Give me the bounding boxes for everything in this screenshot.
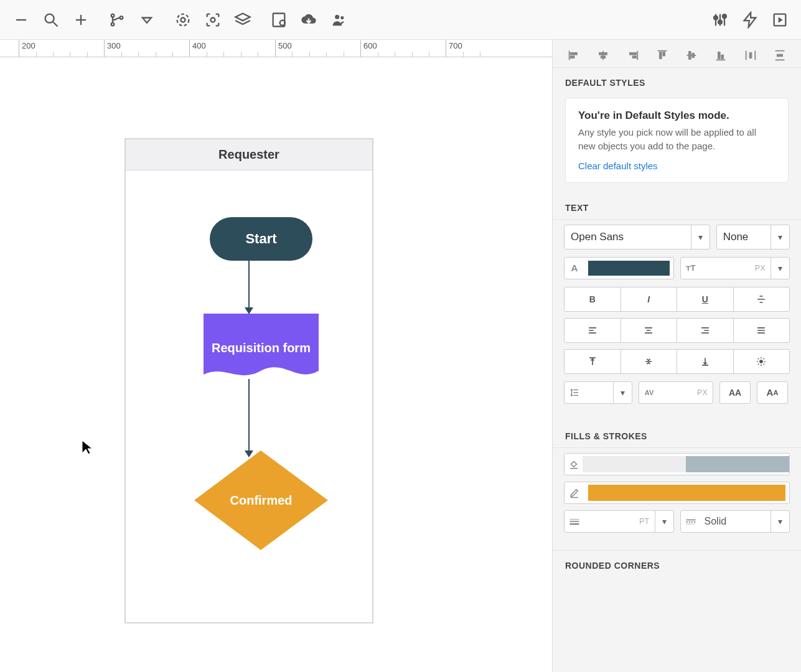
align-top-button[interactable] <box>652 47 672 63</box>
svg-point-7 <box>120 16 123 19</box>
svg-point-1 <box>45 14 54 22</box>
stroke-width-input[interactable]: PT ▾ <box>564 510 674 533</box>
minus-icon <box>12 11 30 29</box>
smallcaps-button[interactable]: AA <box>757 381 788 404</box>
chevron-down-icon: ▾ <box>771 225 789 249</box>
page-settings-button[interactable] <box>264 5 294 35</box>
svg-point-18 <box>714 16 718 19</box>
svg-marker-8 <box>143 17 151 22</box>
layers-button[interactable] <box>228 5 258 35</box>
start-terminator-shape[interactable]: Start <box>210 217 312 261</box>
text-align-left-button[interactable] <box>564 319 621 342</box>
stroke-style-icon <box>681 517 701 526</box>
strikethrough-button[interactable] <box>733 287 790 311</box>
underline-button[interactable]: U <box>677 287 733 311</box>
top-toolbar <box>0 0 801 40</box>
letter-spacing-input[interactable]: AV PX <box>639 381 713 404</box>
default-styles-card: You're in Default Styles mode. Any style… <box>565 98 789 183</box>
svg-rect-40 <box>689 52 691 60</box>
text-align-bottom-button[interactable] <box>677 350 733 373</box>
swimlane-header[interactable]: Requester <box>126 139 372 170</box>
ruler-label: 700 <box>449 41 462 50</box>
unit-label: PX <box>750 264 771 273</box>
distribute-h-button[interactable] <box>741 47 761 63</box>
ruler-label: 600 <box>363 41 377 50</box>
flow-arrow[interactable] <box>248 379 250 457</box>
chevron-down-icon: ▾ <box>655 511 673 532</box>
ruler-label: 400 <box>192 41 206 50</box>
focus-button[interactable] <box>168 5 198 35</box>
svg-rect-29 <box>571 56 574 58</box>
actions-button[interactable] <box>735 5 765 35</box>
text-align-middle-button[interactable] <box>621 350 677 373</box>
distribute-v-button[interactable] <box>770 47 790 63</box>
stroke-color-button[interactable] <box>564 482 790 504</box>
clear-default-styles-link[interactable]: Clear default styles <box>578 161 658 171</box>
shape-label: Start <box>245 231 276 247</box>
plus-icon <box>72 11 90 29</box>
font-style-select[interactable]: None ▾ <box>716 225 790 250</box>
align-center-h-button[interactable] <box>593 47 613 63</box>
info-heading: You're in Default Styles mode. <box>578 110 775 122</box>
text-align-justify-button[interactable] <box>733 319 790 342</box>
triangle-down-icon <box>138 11 156 29</box>
stroke-color-swatch <box>588 485 785 501</box>
unit-label: PT <box>634 517 654 526</box>
share-button[interactable] <box>324 5 354 35</box>
text-align-center-button[interactable] <box>621 319 677 342</box>
zoom-out-button[interactable] <box>6 5 36 35</box>
section-title-corners: ROUNDED CORNERS <box>553 550 801 577</box>
font-size-input[interactable]: ᴛT PX ▾ <box>680 257 790 279</box>
align-center-v-button[interactable] <box>682 47 701 63</box>
text-advanced-button[interactable] <box>733 350 790 373</box>
flow-arrow[interactable] <box>248 261 250 314</box>
zoom-button[interactable] <box>36 5 66 35</box>
style-panel: DEFAULT STYLES You're in Default Styles … <box>552 40 801 672</box>
svg-rect-35 <box>632 56 636 58</box>
stroke-style-value: Solid <box>701 516 771 527</box>
text-align-top-button[interactable] <box>564 350 621 373</box>
text-color-button[interactable]: A <box>564 257 674 279</box>
shape-label: Confirmed <box>230 493 293 508</box>
document-shape[interactable]: Requisition form <box>204 314 319 382</box>
branch-button[interactable] <box>102 5 132 35</box>
zoom-in-button[interactable] <box>66 5 96 35</box>
chevron-down-icon: ▾ <box>771 511 789 532</box>
font-family-select[interactable]: Open Sans ▾ <box>564 225 710 250</box>
play-box-icon <box>771 11 789 29</box>
decision-shape[interactable]: Confirmed <box>194 450 328 550</box>
swimlane-page[interactable]: Requester Start Requisition form Confirm… <box>124 138 373 623</box>
dropdown-button[interactable] <box>132 5 162 35</box>
pencil-icon <box>564 487 584 498</box>
svg-rect-38 <box>663 52 665 56</box>
text-align-v-group <box>564 349 790 374</box>
align-left-button[interactable] <box>564 47 584 63</box>
group-focus-button[interactable] <box>198 5 228 35</box>
sliders-button[interactable] <box>705 5 735 35</box>
letter-spacing-icon: AV <box>639 389 659 396</box>
align-bottom-button[interactable] <box>711 47 731 63</box>
chevron-down-icon: ▾ <box>613 382 632 403</box>
align-right-button[interactable] <box>623 47 643 63</box>
text-align-right-button[interactable] <box>677 319 733 342</box>
section-title-fills: FILLS & STROKES <box>553 421 801 447</box>
bold-button[interactable]: B <box>564 287 621 311</box>
canvas-area[interactable]: 200 300 400 500 600 700 Requester <box>0 40 552 672</box>
svg-rect-28 <box>571 52 578 55</box>
text-color-icon: A <box>564 263 584 273</box>
horizontal-ruler: 200 300 400 500 600 700 <box>0 40 552 57</box>
line-height-input[interactable]: ▾ <box>564 381 632 404</box>
svg-point-10 <box>177 14 189 26</box>
uppercase-button[interactable]: AA <box>719 381 751 404</box>
people-icon <box>330 11 347 29</box>
stroke-style-select[interactable]: Solid ▾ <box>680 510 790 533</box>
svg-point-22 <box>723 14 726 18</box>
sliders-icon <box>711 11 729 29</box>
svg-point-6 <box>111 22 115 26</box>
fill-color-button[interactable] <box>564 453 790 475</box>
italic-button[interactable]: I <box>621 287 677 311</box>
present-button[interactable] <box>765 5 795 35</box>
info-body: Any style you pick now will be applied t… <box>578 126 775 153</box>
cloud-download-button[interactable] <box>294 5 324 35</box>
svg-rect-44 <box>721 55 724 58</box>
